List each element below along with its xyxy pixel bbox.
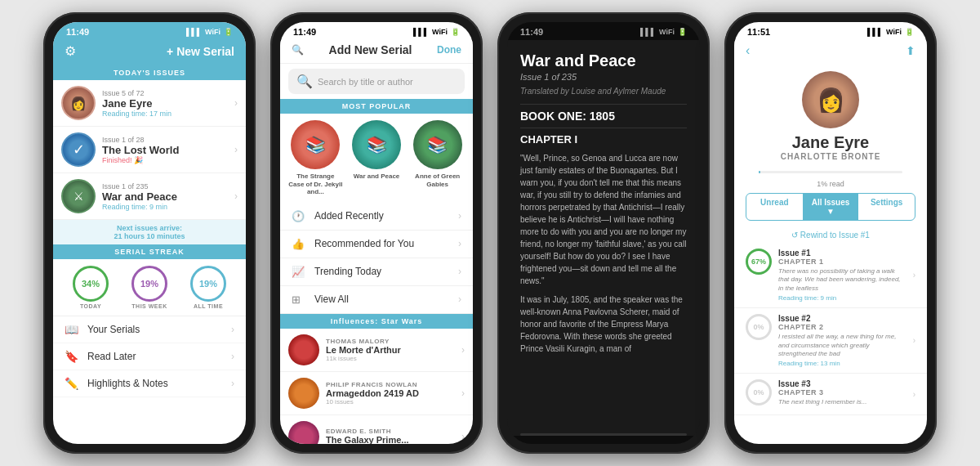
menu-added-recently[interactable]: 🕐 Added Recently › — [280, 203, 473, 231]
tab-settings[interactable]: Settings — [858, 194, 915, 220]
issue-item-lost[interactable]: ✓ Issue 1 of 28 The Lost World Finished!… — [53, 127, 246, 173]
paragraph-2: It was in July, 1805, and the speaker wa… — [520, 293, 687, 355]
issue-subtitle-war: Reading time: 9 min — [102, 203, 228, 211]
p4-tabs: Unread All Issues ▼ Settings — [746, 193, 915, 221]
issue-excerpt-3: The next thing I remember is... — [778, 398, 906, 406]
issue-detail-2: Issue #2 CHAPTER 2 I resisted all the wa… — [778, 314, 906, 367]
influence-malory[interactable]: THOMAS MALORY Le Morte d'Arthur 11k issu… — [280, 329, 473, 372]
influence-smith[interactable]: EDWARD E. SMITH The Galaxy Prime... › — [280, 415, 473, 444]
time-3: 11:49 — [520, 27, 543, 37]
chevron-nowlan: › — [461, 388, 465, 399]
battery-icon-1: 🔋 — [224, 28, 233, 36]
pop-book-img-war: 📚 — [352, 120, 401, 169]
avatar-lost: ✓ — [61, 132, 96, 167]
avatar-smith — [288, 421, 319, 444]
issue-chapter-1: CHAPTER 1 — [778, 258, 906, 266]
back-button[interactable]: ‹ — [746, 43, 750, 58]
influences-header: Influences: Star Wars — [280, 314, 473, 329]
add-serial-title: Add New Serial — [329, 43, 412, 56]
edit-icon: ✏️ — [65, 377, 79, 390]
battery-icon-2: 🔋 — [451, 28, 460, 36]
signal-icon-4: ▌▌▌ — [867, 28, 883, 36]
count-malory: 11k issues — [326, 355, 455, 362]
avatar-malory — [288, 334, 319, 365]
progress-label: 1% read — [734, 180, 927, 188]
chevron-added: › — [458, 210, 461, 222]
issue-num-lost: Issue 1 of 28 — [102, 136, 228, 144]
avatar-jane: 👩 — [61, 86, 96, 120]
chevron-war: › — [234, 190, 238, 202]
chevron-read-later: › — [231, 351, 234, 362]
issue-num-3: Issue #3 — [778, 379, 906, 388]
reading-time-1: Reading time: 9 min — [778, 294, 906, 302]
status-bar-2: 11:49 ▌▌▌ WiFi 🔋 — [280, 22, 473, 40]
paragraph-1: "Well, Prince, so Genoa and Lucca are no… — [520, 152, 687, 287]
rewind-button[interactable]: ↺ Rewind to Issue #1 — [734, 227, 927, 243]
book-title-jane: Jane Eyre — [746, 133, 915, 152]
chevron-jane: › — [234, 97, 238, 109]
phone-2-screen: 11:49 ▌▌▌ WiFi 🔋 🔍 Add New Serial Done 🔍… — [280, 22, 473, 444]
check-icon: ✓ — [73, 141, 85, 159]
chevron-issue-2: › — [913, 336, 915, 345]
most-popular-header: MOST POPULAR — [280, 99, 473, 114]
next-issues-banner: Next issues arrive:21 hours 10 minutes — [53, 220, 246, 244]
progress-ring-1: 67% — [746, 249, 772, 275]
tab-unread[interactable]: Unread — [746, 194, 803, 220]
phone-1: 11:49 ▌▌▌ WiFi 🔋 ⚙ + New Serial TODAY'S … — [43, 12, 256, 454]
pop-book-jekyll[interactable]: 📚 The Strange Case of Dr. Jekyll and... — [288, 120, 343, 196]
issues-list: 67% Issue #1 CHAPTER 1 There was no poss… — [734, 243, 927, 444]
status-bar-3: 11:49 ▌▌▌ WiFi 🔋 — [507, 22, 700, 40]
issue-num-jane: Issue 5 of 72 — [102, 89, 228, 97]
phone-1-screen: 11:49 ▌▌▌ WiFi 🔋 ⚙ + New Serial TODAY'S … — [53, 22, 246, 444]
book-title-war: War and Peace — [520, 52, 687, 70]
nav-read-later[interactable]: 🔖 Read Later › — [53, 343, 246, 370]
gear-icon[interactable]: ⚙ — [65, 43, 76, 59]
status-bar-4: 11:51 ▌▌▌ WiFi 🔋 — [734, 22, 927, 40]
issue-chapter-3: CHAPTER 3 — [778, 388, 906, 397]
new-serial-button[interactable]: + New Serial — [167, 45, 234, 58]
inf-info-smith: EDWARD E. SMITH The Galaxy Prime... — [326, 428, 455, 444]
p4-book-info: 👩 Jane Eyre CHARLOTTE BRONTE — [734, 65, 927, 171]
menu-recommended[interactable]: 👍 Recommended for You › — [280, 231, 473, 258]
status-icons-4: ▌▌▌ WiFi 🔋 — [867, 28, 914, 36]
author-nowlan: PHILIP FRANCIS NOWLAN — [326, 381, 455, 388]
issue-subtitle-lost: Finished! 🎉 — [102, 156, 228, 164]
pop-book-img-jekyll: 📚 — [291, 120, 340, 169]
search-icon-p2[interactable]: 🔍 — [292, 44, 304, 56]
bookmark-icon: 🔖 — [65, 350, 79, 363]
reader-content: War and Peace Issue 1 of 235 Translated … — [507, 40, 700, 433]
pop-book-anne[interactable]: 📚 Anne of Green Gables — [410, 120, 465, 196]
book-author: CHARLOTTE BRONTE — [746, 152, 915, 161]
done-button[interactable]: Done — [437, 44, 461, 56]
battery-icon-4: 🔋 — [905, 28, 914, 36]
progress-ring-2: 0% — [746, 314, 772, 340]
p4-header: ‹ ⬆ — [734, 40, 927, 65]
search-bar[interactable]: 🔍 Search by title or author — [288, 69, 465, 94]
menu-trending[interactable]: 📈 Trending Today › — [280, 258, 473, 286]
view-all-label: View All — [314, 293, 450, 305]
p4-issue-1[interactable]: 67% Issue #1 CHAPTER 1 There was no poss… — [734, 243, 927, 308]
thumbs-icon: 👍 — [292, 238, 306, 250]
issue-excerpt-1: There was no possibility of taking a wal… — [778, 267, 906, 293]
influence-nowlan[interactable]: PHILIP FRANCIS NOWLAN Armageddon 2419 AD… — [280, 372, 473, 415]
phone-2: 11:49 ▌▌▌ WiFi 🔋 🔍 Add New Serial Done 🔍… — [270, 12, 483, 454]
status-icons-2: ▌▌▌ WiFi 🔋 — [413, 28, 460, 36]
issue-item-jane[interactable]: 👩 Issue 5 of 72 Jane Eyre Reading time: … — [53, 80, 246, 127]
streak-label-week: THIS WEEK — [131, 303, 167, 309]
menu-view-all[interactable]: ⊞ View All › — [280, 286, 473, 314]
chevron-rec: › — [458, 238, 461, 249]
time-4: 11:51 — [747, 27, 770, 37]
nav-highlights[interactable]: ✏️ Highlights & Notes › — [53, 370, 246, 397]
p4-issue-3[interactable]: 0% Issue #3 CHAPTER 3 The next thing I r… — [734, 374, 927, 414]
tab-all-issues[interactable]: All Issues ▼ — [803, 194, 859, 220]
share-button[interactable]: ⬆ — [906, 44, 915, 57]
divider-1 — [520, 104, 687, 105]
divider-2 — [520, 128, 687, 128]
serials-icon: 📖 — [65, 323, 79, 336]
wifi-icon-3: WiFi — [659, 28, 675, 36]
p4-issue-2[interactable]: 0% Issue #2 CHAPTER 2 I resisted all the… — [734, 308, 927, 374]
recommended-label: Recommended for You — [314, 238, 450, 249]
nav-your-serials[interactable]: 📖 Your Serials › — [53, 316, 246, 343]
pop-book-war[interactable]: 📚 War and Peace — [350, 120, 404, 196]
issue-item-war[interactable]: ⚔ Issue 1 of 235 War and Peace Reading t… — [53, 173, 246, 220]
